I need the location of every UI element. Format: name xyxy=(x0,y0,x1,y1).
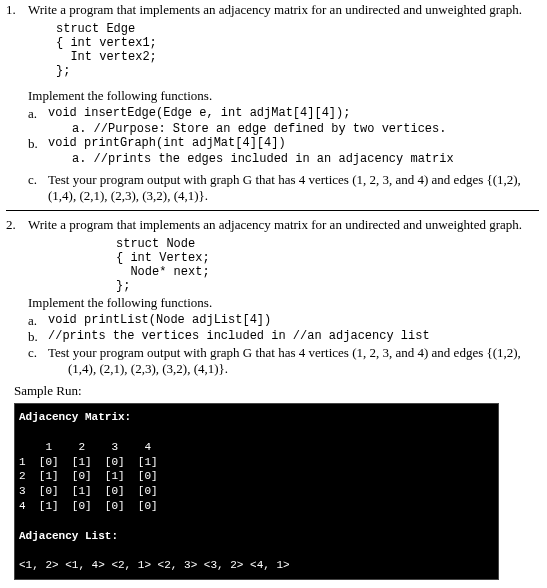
document: 1. Write a program that implements an ad… xyxy=(0,0,547,580)
matrix-cols: 1 2 3 4 xyxy=(19,441,151,453)
matrix-row-2: 2 [1] [0] [1] [0] xyxy=(19,470,158,482)
q1-sub-a: a. void insertEdge(Edge e, int adjMat[4]… xyxy=(28,106,539,136)
q2-implement-label: Implement the following functions. xyxy=(28,295,539,311)
q1-struct-code: struct Edge { int vertex1; Int vertex2; … xyxy=(56,22,539,78)
q2-struct-code: struct Node { int Vertex; Node* next; }; xyxy=(116,237,539,293)
q2-sub-b: b. //prints the vertices included in //a… xyxy=(28,329,539,345)
q1-b-purpose: a. //prints the edges included in an adj… xyxy=(72,152,539,166)
q2-sub-a: a. void printList(Node adjList[4]) xyxy=(28,313,539,329)
list-header: Adjacency List: xyxy=(19,530,118,542)
matrix-row-1: 1 [0] [1] [0] [1] xyxy=(19,456,158,468)
q2-b-letter: b. xyxy=(28,329,48,345)
q1-b-letter: b. xyxy=(28,136,48,152)
question-1: 1. Write a program that implements an ad… xyxy=(6,2,539,18)
q1-sub-c: c. Test your program output with graph G… xyxy=(28,172,539,204)
q2-sub-c: c. Test your program output with graph G… xyxy=(28,345,539,377)
q1-a-purpose: a. //Purpose: Store an edge defined by t… xyxy=(72,122,539,136)
q1-number: 1. xyxy=(6,2,28,18)
q1-a-letter: a. xyxy=(28,106,48,122)
q2-b-code: //prints the vertices included in //an a… xyxy=(48,329,539,345)
q1-prompt: Write a program that implements an adjac… xyxy=(28,2,539,18)
divider xyxy=(6,210,539,211)
q1-a-code: void insertEdge(Edge e, int adjMat[4][4]… xyxy=(48,106,539,122)
q2-c-text2: (1,4), (2,1), (2,3), (3,2), (4,1)}. xyxy=(68,361,539,377)
q2-number: 2. xyxy=(6,217,28,233)
q2-a-letter: a. xyxy=(28,313,48,329)
terminal-output: Adjacency Matrix: 1 2 3 4 1 [0] [1] [0] … xyxy=(14,403,499,580)
q2-a-code: void printList(Node adjList[4]) xyxy=(48,313,539,329)
matrix-row-3: 3 [0] [1] [0] [0] xyxy=(19,485,158,497)
q1-c-text: Test your program output with graph G th… xyxy=(48,172,539,188)
matrix-header: Adjacency Matrix: xyxy=(19,411,131,423)
q1-b-code: void printGraph(int adjMat[4][4]) xyxy=(48,136,539,152)
adjacency-list-line: <1, 2> <1, 4> <2, 1> <2, 3> <3, 2> <4, 1… xyxy=(19,559,290,571)
question-2: 2. Write a program that implements an ad… xyxy=(6,217,539,233)
q1-sub-b: b. void printGraph(int adjMat[4][4]) a. … xyxy=(28,136,539,166)
q2-prompt: Write a program that implements an adjac… xyxy=(28,217,539,233)
sample-run-label: Sample Run: xyxy=(14,383,539,399)
q2-c-letter: c. xyxy=(28,345,48,361)
q2-c-text: Test your program output with graph G th… xyxy=(48,345,539,361)
q1-implement-label: Implement the following functions. xyxy=(28,88,539,104)
matrix-row-4: 4 [1] [0] [0] [0] xyxy=(19,500,158,512)
q1-c-text2: (1,4), (2,1), (2,3), (3,2), (4,1)}. xyxy=(48,188,539,204)
q1-c-letter: c. xyxy=(28,172,48,188)
